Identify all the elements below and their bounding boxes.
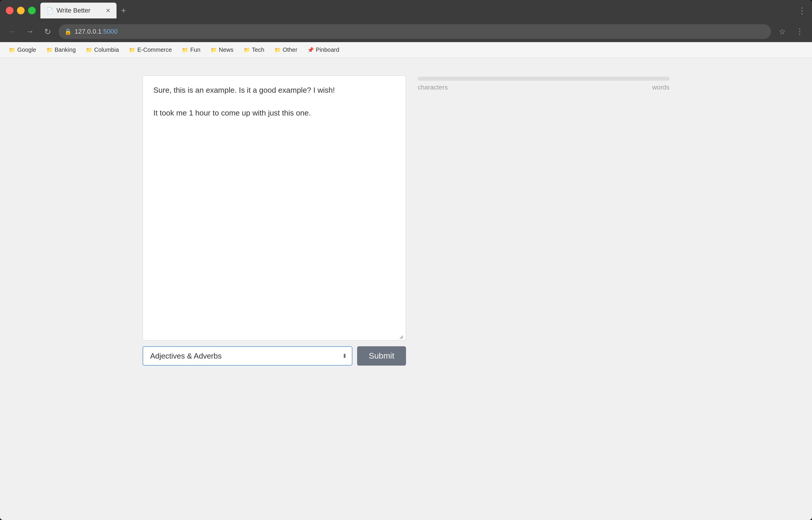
back-button[interactable]: ← [6,25,19,38]
main-container: Sure, this is an example. Is it a good e… [143,75,669,366]
url-text: 127.0.0.1:5000 [75,28,118,35]
bookmark-ecommerce[interactable]: 📁 E-Commerce [125,45,176,55]
right-panel: characters words [418,75,669,91]
analysis-type-select[interactable]: Adjectives & Adverbs Passive Voice Reada… [143,346,352,366]
bookmark-label: Columbia [94,47,119,53]
active-tab[interactable]: 📄 Write Better ✕ [41,3,117,19]
bookmark-fun[interactable]: 📁 Fun [178,45,204,55]
bookmark-pinboard[interactable]: 📌 Pinboard [303,45,343,55]
address-actions: ☆ ⋮ [776,25,806,38]
bookmark-label: Google [17,47,36,53]
folder-icon: 📁 [244,47,250,53]
bookmark-label: Pinboard [316,47,339,53]
bookmark-tech[interactable]: 📁 Tech [240,45,268,55]
folder-icon: 📁 [274,47,281,53]
traffic-lights [6,7,36,14]
folder-icon: 📁 [46,47,53,53]
new-tab-button[interactable]: + [117,3,130,18]
tab-bar: 📄 Write Better ✕ + [41,3,793,19]
bookmark-google[interactable]: 📁 Google [5,45,41,55]
left-panel: Sure, this is an example. Is it a good e… [143,75,406,366]
page-content: Sure, this is an example. Is it a good e… [0,58,812,520]
bookmark-other[interactable]: 📁 Other [270,45,301,55]
bookmark-star-button[interactable]: ☆ [776,25,789,38]
tab-close-icon[interactable]: ✕ [106,7,110,14]
bookmark-label: Other [283,47,297,53]
characters-label: characters [418,84,448,91]
reload-button[interactable]: ↻ [41,25,54,38]
bookmark-news[interactable]: 📁 News [206,45,238,55]
folder-icon: 📁 [129,47,135,53]
bookmark-label: News [219,47,233,53]
close-button[interactable] [6,7,14,14]
tab-page-icon: 📄 [46,7,54,14]
window-controls: ⋮ [798,6,806,16]
chrome-options-button[interactable]: ⋮ [793,25,806,38]
bookmarks-bar: 📁 Google 📁 Banking 📁 Columbia 📁 E-Commer… [0,42,812,58]
folder-icon: 📁 [182,47,188,53]
tab-title: Write Better [56,7,103,14]
chrome-menu-icon[interactable]: ⋮ [798,6,806,16]
folder-icon: 📁 [9,47,15,53]
url-bar[interactable]: 🔒 127.0.0.1:5000 [58,24,771,39]
stats-progress-bar [418,77,669,81]
analysis-select-wrapper: Adjectives & Adverbs Passive Voice Reada… [143,346,352,366]
pinboard-icon: 📌 [307,47,314,53]
text-editor[interactable]: Sure, this is an example. Is it a good e… [143,76,406,339]
bookmark-label: Fun [190,47,200,53]
minimize-button[interactable] [17,7,25,14]
forward-button[interactable]: → [23,25,36,38]
folder-icon: 📁 [211,47,217,53]
bookmark-banking[interactable]: 📁 Banking [42,45,80,55]
bottom-controls: Adjectives & Adverbs Passive Voice Reada… [143,346,406,366]
words-label: words [652,84,669,91]
address-bar: ← → ↻ 🔒 127.0.0.1:5000 ☆ ⋮ [0,21,812,42]
bookmark-label: Tech [252,47,264,53]
title-bar: 📄 Write Better ✕ + ⋮ [0,0,812,21]
bookmark-label: Banking [55,47,76,53]
chrome-window: 📄 Write Better ✕ + ⋮ ← → ↻ 🔒 127.0.0.1:5… [0,0,812,520]
resize-handle-icon: ◢ [399,334,404,339]
folder-icon: 📁 [86,47,92,53]
submit-button[interactable]: Submit [357,346,406,366]
text-area-wrapper: Sure, this is an example. Is it a good e… [143,75,406,340]
lock-icon: 🔒 [65,28,72,35]
bookmark-columbia[interactable]: 📁 Columbia [82,45,123,55]
stats-labels: characters words [418,84,669,91]
maximize-button[interactable] [28,7,36,14]
bookmark-label: E-Commerce [137,47,172,53]
